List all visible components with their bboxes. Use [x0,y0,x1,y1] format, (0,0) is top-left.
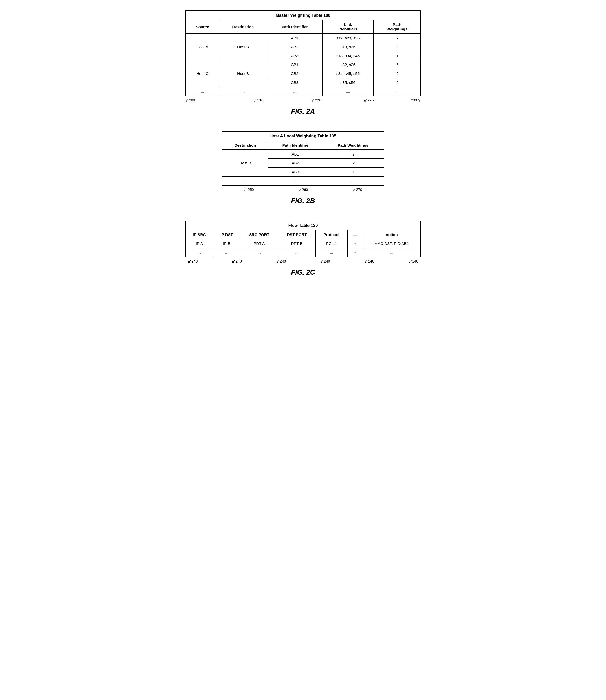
wt-ab1: .7 [373,33,421,43]
ref-240-2: ↙ 240 [232,259,242,264]
table-row: Host A Host B AB1 s12, s23, s35 .7 [185,33,421,43]
ref-label-200: 200 [189,98,195,102]
ref-270: ↙ 270 [352,187,362,192]
cell-prt-a: PRT A [240,239,278,248]
cell-ip-a: IP A [185,239,213,248]
link-ab3: s13, s34, s45 [323,51,373,60]
wt-2b-ab3: .1 [322,167,384,177]
wt-ab2: .2 [373,43,421,51]
table-row: IP A IP B PRT A PRT B PCL 1 * MAC DST: P… [185,239,421,248]
ref-220: ↙ 220 [311,98,321,103]
dest-b-2: Host B [219,60,267,87]
ref-240-1: ↙ 240 [188,259,197,264]
cell-ip-b: IP B [213,239,240,248]
pid-2b-ab1: AB1 [269,150,322,159]
cell-star-2: * [347,248,363,257]
ellipsis-2b-2: ... [269,177,322,186]
ref-240-6: ↙ 240 [409,259,418,264]
table-title-2b: Host A Local Weighting Table 135 [222,131,384,141]
cell-ellipsis-5: ... [316,248,347,257]
col-src-port: SRC PORT [240,230,278,239]
ref-225: ↙ 225 [364,98,373,103]
pid-ab3: AB3 [267,51,322,60]
table-row: Host C Host B CB1 s32, s26 .6 [185,60,421,69]
cell-ellipsis-3: ... [240,248,278,257]
fig-label-2a: FIG. 2A [291,107,315,115]
ref-label-270: 270 [356,187,362,192]
fig2b-section: Host A Local Weighting Table 135 Destina… [185,131,421,207]
host-a-local-weighting-table: Host A Local Weighting Table 135 Destina… [222,131,384,186]
ellipsis-4: .... [323,87,373,96]
ref-label-230: 230 [411,98,417,102]
fig-label-2c: FIG. 2C [291,268,315,276]
wt-cb2: .2 [373,69,421,78]
ref-label-260: 260 [302,187,308,192]
fig-label-2b: FIG. 2B [291,197,315,205]
ref-260: ↙ 260 [298,187,308,192]
ellipsis-2b-1: ... [222,177,269,186]
cell-ellipsis-4: ... [278,248,315,257]
col-header-destination: Destination [219,20,267,33]
link-ab1: s12, s23, s35 [323,33,373,43]
cell-ellipsis-1: ... [185,248,213,257]
wt-cb3: .2 [373,78,421,87]
ref-label-240-3: 240 [280,259,286,263]
wt-2b-ab2: .2 [322,159,384,167]
col-header-destination-2b: Destination [222,141,269,150]
ellipsis-1: ... [185,87,219,96]
cell-ellipsis-2: ... [213,248,240,257]
wt-2b-ab1: .7 [322,150,384,159]
ellipsis-row-2b: ... ... ... [222,177,384,186]
col-header-path-wt: PathWeightings [373,20,421,33]
cell-ellipsis-7: ... [363,248,421,257]
table-title-2a: Master Weighting Table 190 [185,11,421,20]
pid-ab2: AB2 [267,43,322,51]
ref-label-240-6: 240 [412,259,418,263]
ref-230: 230 ↘ [411,98,421,103]
ref-240-5: ↙ 240 [364,259,374,264]
ref-label-210: 210 [257,98,263,102]
fig2c-section: Flow Table 130 IP SRC IP DST SRC PORT DS… [185,221,421,279]
flow-table: Flow Table 130 IP SRC IP DST SRC PORT DS… [185,221,421,257]
ref-label-240-4: 240 [324,259,330,263]
wt-cb1: .6 [373,60,421,69]
pid-2b-ab2: AB2 [269,159,322,167]
cell-pcl-1: PCL 1 [316,239,347,248]
dest-hostb: Host B [222,150,269,177]
ellipsis-5: ... [373,87,421,96]
ref-210: ↙ 210 [253,98,263,103]
link-ab2: s13, s35 [323,43,373,51]
link-cb2: s34, s45, s56 [323,69,373,78]
col-ip-src: IP SRC [185,230,213,239]
ref-label-240-2: 240 [236,259,242,263]
source-a: Host A [185,33,219,60]
pid-ab1: AB1 [267,33,322,43]
col-header-source: Source [185,20,219,33]
col-header-path-wt-2b: Path Weightings [322,141,384,150]
ellipsis-3: ... [267,87,322,96]
ref-200: ↙ 200 [185,98,195,103]
link-cb3: s35, s56 [323,78,373,87]
ref-240-4: ↙ 240 [320,259,330,264]
ref-label-225: 225 [368,98,373,102]
ellipsis-2: ... [219,87,267,96]
fig2a-section: Master Weighting Table 190 Source Destin… [185,10,421,118]
col-dots: .... [347,230,363,239]
ref-250: ↙ 250 [244,187,254,192]
ref-label-220: 220 [315,98,321,102]
col-header-path-id: Path Identifier [267,20,322,33]
ellipsis-row-2c: ... ... ... ... ... * ... [185,248,421,257]
ref-label-250: 250 [248,187,254,192]
dest-b-1: Host B [219,33,267,60]
col-protocol: Protocol [316,230,347,239]
source-c: Host C [185,60,219,87]
col-ip-dst: IP DST [213,230,240,239]
ref-label-240-5: 240 [368,259,374,263]
col-dst-port: DST PORT [278,230,315,239]
col-header-path-id-2b: Path Identifier [269,141,322,150]
col-header-link-id: LinkIdentifiers [323,20,373,33]
col-action: Action [363,230,421,239]
master-weighting-table: Master Weighting Table 190 Source Destin… [185,10,421,96]
ref-label-240-1: 240 [192,259,197,263]
table-row: Host B AB1 .7 [222,150,384,159]
